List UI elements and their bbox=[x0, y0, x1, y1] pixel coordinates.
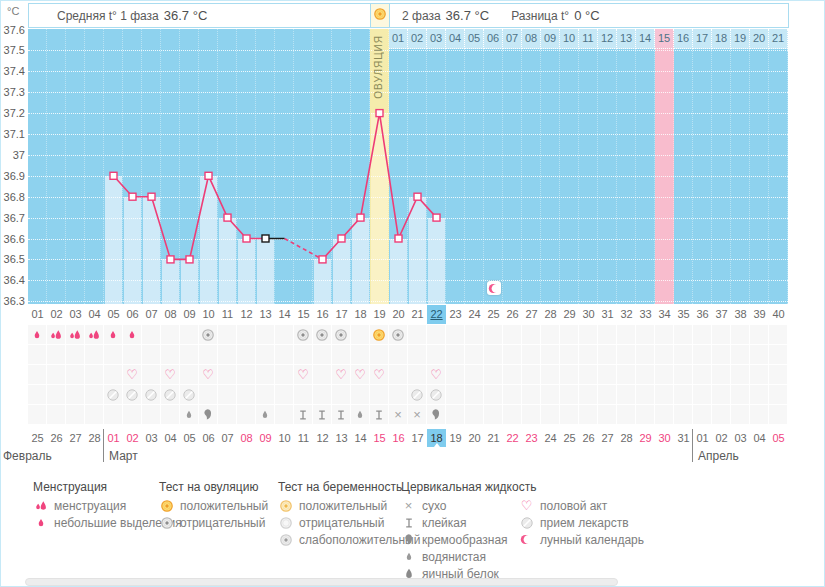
symptom-cell[interactable]: ♡ bbox=[332, 365, 351, 385]
symptom-cell[interactable]: × bbox=[389, 405, 408, 425]
date-cell[interactable]: 28 bbox=[85, 429, 104, 447]
symptom-cell[interactable] bbox=[503, 325, 522, 345]
symptom-cell[interactable] bbox=[522, 385, 541, 405]
date-cell[interactable]: 26 bbox=[579, 429, 598, 447]
date-cell[interactable]: 10 bbox=[275, 429, 294, 447]
symptom-cell[interactable] bbox=[712, 345, 731, 365]
temperature-marker[interactable] bbox=[262, 235, 269, 242]
temperature-marker[interactable] bbox=[338, 235, 345, 242]
cycle-day-cell[interactable]: 08 bbox=[161, 305, 180, 324]
symptom-cell[interactable] bbox=[693, 405, 712, 425]
symptom-cell[interactable] bbox=[598, 345, 617, 365]
symptom-cell[interactable] bbox=[617, 405, 636, 425]
symptom-cell[interactable] bbox=[693, 325, 712, 345]
symptom-cell[interactable]: ♡ bbox=[123, 365, 142, 385]
symptom-cell[interactable] bbox=[750, 405, 769, 425]
cycle-day-cell[interactable]: 24 bbox=[465, 305, 484, 324]
symptom-cell[interactable] bbox=[28, 405, 47, 425]
temperature-marker[interactable] bbox=[205, 172, 212, 179]
cycle-day-cell[interactable]: 27 bbox=[522, 305, 541, 324]
symptom-cell[interactable] bbox=[199, 385, 218, 405]
symptom-cell[interactable] bbox=[218, 345, 237, 365]
cycle-day-cell[interactable]: 09 bbox=[180, 305, 199, 324]
symptom-cell[interactable] bbox=[351, 325, 370, 345]
symptom-cell[interactable] bbox=[617, 385, 636, 405]
symptom-cell[interactable]: ♡ bbox=[199, 365, 218, 385]
date-cell[interactable]: 30 bbox=[655, 429, 674, 447]
symptom-cell[interactable] bbox=[598, 365, 617, 385]
symptom-cell[interactable] bbox=[237, 385, 256, 405]
symptom-cell[interactable] bbox=[446, 325, 465, 345]
date-cell[interactable]: 27 bbox=[598, 429, 617, 447]
date-cell[interactable]: 31 bbox=[674, 429, 693, 447]
date-cell[interactable]: 05 bbox=[180, 429, 199, 447]
cycle-day-cell[interactable]: 17 bbox=[332, 305, 351, 324]
date-cell[interactable]: 09 bbox=[256, 429, 275, 447]
cycle-day-cell[interactable]: 10 bbox=[199, 305, 218, 324]
symptom-cell[interactable] bbox=[389, 385, 408, 405]
symptom-cell[interactable] bbox=[731, 345, 750, 365]
symptom-cell[interactable] bbox=[560, 385, 579, 405]
symptom-cell[interactable] bbox=[161, 345, 180, 365]
symptom-cell[interactable] bbox=[693, 365, 712, 385]
horizontal-scrollbar[interactable] bbox=[25, 578, 618, 586]
cycle-day-cell[interactable]: 29 bbox=[560, 305, 579, 324]
cycle-day-cell[interactable]: 19 bbox=[370, 305, 389, 324]
symptom-cell[interactable] bbox=[123, 385, 142, 405]
symptom-cell[interactable] bbox=[161, 385, 180, 405]
symptom-cell[interactable] bbox=[180, 345, 199, 365]
symptom-cell[interactable] bbox=[484, 325, 503, 345]
symptom-cell[interactable] bbox=[237, 365, 256, 385]
date-cell[interactable]: 23 bbox=[522, 429, 541, 447]
symptom-cell[interactable] bbox=[503, 345, 522, 365]
symptom-cell[interactable] bbox=[769, 365, 788, 385]
symptom-cell[interactable] bbox=[503, 385, 522, 405]
temperature-marker[interactable] bbox=[319, 256, 326, 263]
symptom-cell[interactable] bbox=[560, 325, 579, 345]
symptom-cell[interactable] bbox=[712, 405, 731, 425]
date-cell[interactable]: 03 bbox=[731, 429, 750, 447]
date-cell[interactable]: 04 bbox=[161, 429, 180, 447]
symptom-cell[interactable] bbox=[522, 345, 541, 365]
symptom-cell[interactable] bbox=[294, 325, 313, 345]
symptom-cell[interactable] bbox=[560, 345, 579, 365]
symptom-cell[interactable] bbox=[522, 365, 541, 385]
symptom-cell[interactable] bbox=[199, 345, 218, 365]
symptom-cell[interactable] bbox=[66, 405, 85, 425]
symptom-cell[interactable] bbox=[503, 365, 522, 385]
temperature-marker[interactable] bbox=[243, 235, 250, 242]
symptom-cell[interactable] bbox=[636, 365, 655, 385]
symptom-cell[interactable] bbox=[123, 325, 142, 345]
symptom-cell[interactable] bbox=[427, 325, 446, 345]
cycle-day-cell[interactable]: 32 bbox=[617, 305, 636, 324]
symptom-cell[interactable] bbox=[712, 325, 731, 345]
date-cell[interactable]: 25 bbox=[28, 429, 47, 447]
symptom-cell[interactable] bbox=[484, 365, 503, 385]
symptom-cell[interactable] bbox=[655, 385, 674, 405]
date-cell[interactable]: 04 bbox=[750, 429, 769, 447]
symptom-cell[interactable] bbox=[123, 345, 142, 365]
symptom-cell[interactable] bbox=[161, 325, 180, 345]
symptom-cell[interactable] bbox=[256, 405, 275, 425]
symptom-cell[interactable]: ♡ bbox=[370, 365, 389, 385]
symptom-cell[interactable] bbox=[370, 345, 389, 365]
temperature-marker[interactable] bbox=[186, 256, 193, 263]
symptom-cell[interactable] bbox=[541, 345, 560, 365]
date-cell[interactable]: 27 bbox=[66, 429, 85, 447]
symptom-cell[interactable] bbox=[769, 345, 788, 365]
symptom-cell[interactable] bbox=[180, 325, 199, 345]
date-cell[interactable]: 12 bbox=[313, 429, 332, 447]
symptom-cell[interactable] bbox=[427, 345, 446, 365]
symptom-cell[interactable] bbox=[446, 385, 465, 405]
symptom-cell[interactable] bbox=[66, 365, 85, 385]
symptom-cell[interactable]: ♡ bbox=[294, 365, 313, 385]
symptom-cell[interactable] bbox=[294, 385, 313, 405]
temperature-marker[interactable] bbox=[376, 110, 383, 117]
symptom-cell[interactable] bbox=[104, 345, 123, 365]
temperature-marker[interactable] bbox=[414, 193, 421, 200]
symptom-cell[interactable] bbox=[731, 385, 750, 405]
symptom-cell[interactable] bbox=[541, 405, 560, 425]
symptom-cell[interactable] bbox=[693, 345, 712, 365]
date-cell[interactable]: 08 bbox=[237, 429, 256, 447]
cycle-day-cell[interactable]: 40 bbox=[769, 305, 788, 324]
